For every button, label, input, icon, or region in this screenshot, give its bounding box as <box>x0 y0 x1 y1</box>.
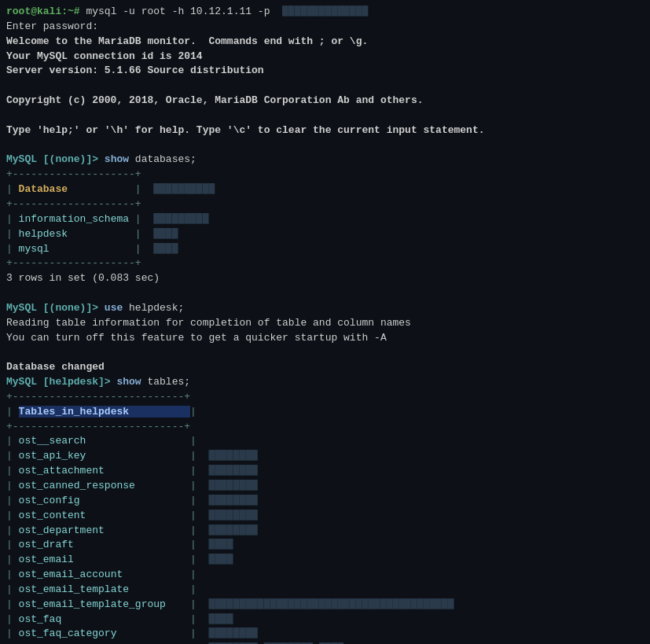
mysql-prompt-none-2: MySQL [(none)]> <box>6 302 98 314</box>
line-show-databases-cmd: MySQL [(none)]> show databases; <box>6 153 644 167</box>
table-row-email-account: | ost_email_account | <box>6 568 644 583</box>
line-version: Server version: 5.1.66 Source distributi… <box>6 64 644 79</box>
terminal-window: root@kali:~# mysql -u root -h 10.12.1.11… <box>0 0 650 644</box>
db-row-helpdesk: | helpdesk | ████ <box>6 227 644 242</box>
cmd-mysql: mysql -u root -h 10.12.1.11 -p <box>80 6 270 17</box>
mysql-prompt-helpdesk: MySQL [helpdesk]> <box>6 376 111 388</box>
line-1: root@kali:~# mysql -u root -h 10.12.1.11… <box>6 5 644 20</box>
line-welcome: Welcome to the MariaDB monitor. Commands… <box>6 35 644 50</box>
blank-4 <box>6 286 644 301</box>
table-row-email-template-group: | ost_email_template_group | ███████████… <box>6 598 644 613</box>
line-reading-table: Reading table information for completion… <box>6 316 644 331</box>
table-row-content: | ost_content | ████████ <box>6 509 644 524</box>
db-row-mysql: | mysql | ████ <box>6 242 644 257</box>
line-help: Type 'help;' or '\h' for help. Type '\c'… <box>6 123 644 138</box>
blurred-ip: ██████████████ <box>270 6 368 17</box>
line-connid: Your MySQL connection id is 2014 <box>6 50 644 64</box>
line-db-changed: Database changed <box>6 360 644 375</box>
db-table-border-top: +--------------------+ <box>6 167 644 182</box>
prompt-user: root@kali:~# <box>6 6 80 17</box>
line-show-tables-cmd: MySQL [helpdesk]> show tables; <box>6 375 644 390</box>
line-turn-off: You can turn off this feature to get a q… <box>6 331 644 346</box>
table-row-canned-response: | ost_canned_response | ████████ <box>6 479 644 494</box>
table-row-search: | ost__search | <box>6 434 644 449</box>
line-copyright: Copyright (c) 2000, 2018, Oracle, MariaD… <box>6 94 644 109</box>
table-row-draft: | ost_draft | ████ <box>6 538 644 553</box>
mysql-prompt-none: MySQL [(none)]> <box>6 153 98 165</box>
db-table-border-bottom: +--------------------+ <box>6 256 644 271</box>
tables-header-text: Tables_in_helpdesk <box>19 406 190 418</box>
table-row-faq: | ost_faq | ████ <box>6 613 644 627</box>
tables-header-row: | Tables_in_helpdesk | <box>6 405 644 420</box>
line-rows-set: 3 rows in set (0.083 sec) <box>6 271 644 286</box>
tables-border-mid: +----------------------------+ <box>6 420 644 435</box>
tables-border-top: +----------------------------+ <box>6 390 644 405</box>
blank-2 <box>6 109 644 123</box>
db-table-header: | Database | ██████████ <box>6 182 644 197</box>
table-row-config: | ost_config | ████████ <box>6 494 644 509</box>
table-row-email: | ost_email | ████ <box>6 553 644 568</box>
blank-3 <box>6 138 644 153</box>
blank-1 <box>6 79 644 94</box>
table-row-email-template: | ost_email_template | <box>6 583 644 598</box>
blank-5 <box>6 345 644 360</box>
table-row-attachment: | ost_attachment | ████████ <box>6 464 644 479</box>
table-row-api-key: | ost_api_key | ████████ <box>6 449 644 464</box>
db-row-info-schema: | information_schema | █████████ <box>6 212 644 227</box>
line-use-helpdesk-cmd: MySQL [(none)]> use helpdesk; <box>6 301 644 316</box>
line-enter-password: Enter password: <box>6 20 644 35</box>
db-table-border-mid: +--------------------+ <box>6 197 644 212</box>
table-row-department: | ost_department | ████████ <box>6 524 644 539</box>
table-row-faq-category: | ost_faq_category | ████████ <box>6 627 644 642</box>
